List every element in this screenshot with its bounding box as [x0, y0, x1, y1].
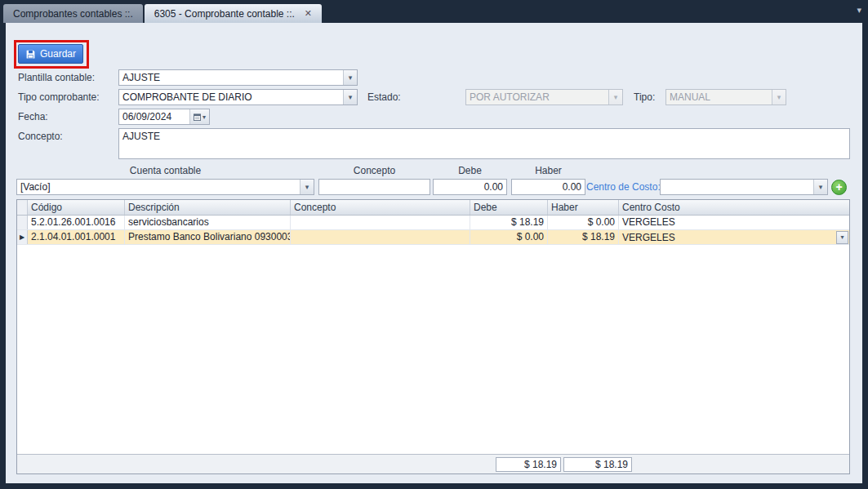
close-icon[interactable]: ✕ — [305, 8, 312, 19]
tab-label: Comprobantes contables ::. — [13, 8, 133, 20]
calendar-glyph — [194, 113, 201, 121]
cell-codigo[interactable]: 2.1.04.01.001.0001 — [28, 230, 125, 244]
estado-value: POR AUTORIZAR — [466, 91, 608, 103]
save-icon — [25, 49, 36, 60]
cell-concepto[interactable] — [291, 230, 470, 244]
tipo-comprobante-combobox[interactable]: COMPROBANTE DE DIARIO ▾ — [118, 89, 358, 105]
column-header-indicator — [17, 200, 28, 215]
entry-header-haber: Haber — [511, 165, 585, 176]
chevron-down-icon[interactable]: ▾ — [836, 231, 848, 244]
plantilla-contable-combobox[interactable]: AJUSTE ▾ — [118, 69, 358, 86]
tab-bar: Comprobantes contables ::. 6305 - Compro… — [3, 2, 865, 23]
cell-debe[interactable]: $ 0.00 — [470, 230, 548, 244]
entry-header-cuenta: Cuenta contable — [16, 165, 314, 176]
calendar-icon[interactable]: ▾ — [189, 109, 209, 124]
column-header-codigo[interactable]: Código — [28, 200, 125, 215]
plus-icon: + — [835, 180, 842, 193]
centro-de-costo-combobox[interactable]: ▾ — [660, 179, 828, 195]
fecha-dateedit[interactable]: 06/09/2024 ▾ — [118, 109, 210, 125]
cuenta-contable-value: [Vacío] — [17, 181, 300, 193]
plantilla-contable-value: AJUSTE — [119, 72, 343, 83]
app-window: Comprobantes contables ::. 6305 - Compro… — [0, 0, 868, 489]
tipo-label: Tipo: — [634, 91, 655, 103]
cell-centro-costo-value: VERGELES — [619, 231, 836, 244]
chevron-down-icon[interactable]: ▾ — [857, 5, 861, 16]
entry-haber-input[interactable] — [511, 179, 585, 195]
add-row-button[interactable]: + — [831, 180, 847, 195]
tipo-comprobante-value: COMPROBANTE DE DIARIO — [119, 91, 343, 103]
fecha-label: Fecha: — [18, 111, 48, 122]
tab-label: 6305 - Comprobante contable ::. — [154, 8, 295, 20]
save-button[interactable]: Guardar — [18, 44, 83, 64]
chevron-glyph: ▾ — [349, 73, 353, 82]
entry-debe-input[interactable] — [433, 179, 507, 195]
estado-combobox: POR AUTORIZAR ▾ — [465, 89, 623, 105]
chevron-down-icon: ▾ — [772, 90, 786, 104]
plantilla-contable-label: Plantilla contable: — [18, 72, 95, 83]
chevron-down-icon: ▾ — [608, 90, 622, 104]
accounting-entries-grid: Código Descripción Concepto Debe Haber C… — [16, 199, 850, 474]
cell-centro-costo[interactable]: VERGELES ▾ — [619, 230, 849, 244]
table-row-selected[interactable]: ▶ 2.1.04.01.001.0001 Prestamo Banco Boli… — [17, 230, 849, 245]
tab-comprobante-contable-6305[interactable]: 6305 - Comprobante contable ::. ✕ — [145, 4, 322, 23]
column-header-concepto[interactable]: Concepto — [291, 200, 470, 215]
chevron-glyph: ▾ — [614, 93, 618, 101]
chevron-glyph: ▾ — [777, 93, 781, 101]
concepto-label: Concepto: — [18, 131, 63, 142]
concepto-textarea[interactable]: AJUSTE — [118, 128, 850, 159]
chevron-glyph: ▾ — [819, 183, 823, 191]
column-header-descripcion[interactable]: Descripción — [125, 200, 291, 215]
total-debe: $ 18.19 — [496, 457, 561, 472]
centro-de-costo-label: Centro de Costo: — [586, 181, 657, 193]
entry-header-debe: Debe — [433, 165, 507, 176]
chevron-down-icon[interactable]: ▾ — [813, 180, 827, 194]
tipo-comprobante-label: Tipo comprobante: — [18, 91, 100, 103]
chevron-down-icon[interactable]: ▾ — [300, 180, 314, 194]
chevron-glyph: ▾ — [349, 93, 353, 101]
cell-haber[interactable]: $ 0.00 — [548, 216, 619, 229]
tipo-value: MANUAL — [666, 91, 772, 103]
cell-concepto[interactable] — [291, 216, 470, 229]
chevron-glyph: ▾ — [305, 183, 309, 191]
content-panel: Guardar Plantilla contable: Tipo comprob… — [6, 23, 862, 483]
row-indicator: ▶ — [17, 230, 28, 244]
chevron-down-icon[interactable]: ▾ — [343, 90, 357, 104]
cell-codigo[interactable]: 5.2.01.26.001.0016 — [28, 216, 125, 229]
grid-empty-area — [17, 245, 849, 454]
cuenta-contable-combobox[interactable]: [Vacío] ▾ — [16, 179, 314, 195]
tipo-combobox: MANUAL ▾ — [665, 89, 786, 105]
estado-label: Estado: — [367, 91, 401, 103]
column-header-centro-costo[interactable]: Centro Costo — [619, 200, 849, 215]
grid-header: Código Descripción Concepto Debe Haber C… — [17, 200, 849, 216]
fecha-value: 06/09/2024 — [119, 111, 189, 122]
cell-descripcion[interactable]: serviciosbancarios — [125, 216, 291, 229]
entry-header-concepto: Concepto — [318, 165, 430, 176]
cell-haber[interactable]: $ 18.19 — [548, 230, 619, 244]
column-header-haber[interactable]: Haber — [548, 200, 619, 215]
tab-comprobantes-contables[interactable]: Comprobantes contables ::. — [3, 4, 143, 23]
row-indicator — [17, 216, 28, 229]
save-button-label: Guardar — [40, 48, 76, 60]
column-header-debe[interactable]: Debe — [470, 200, 548, 215]
chevron-glyph: ▾ — [203, 113, 206, 121]
table-row[interactable]: 5.2.01.26.001.0016 serviciosbancarios $ … — [17, 216, 849, 230]
entry-concepto-input[interactable] — [318, 179, 430, 195]
grid-footer: $ 18.19 $ 18.19 — [17, 454, 849, 473]
chevron-glyph: ▾ — [840, 233, 844, 241]
cell-debe[interactable]: $ 18.19 — [470, 216, 548, 229]
total-haber: $ 18.19 — [563, 457, 632, 472]
cell-centro-costo[interactable]: VERGELES — [619, 216, 849, 229]
cell-descripcion[interactable]: Prestamo Banco Bolivariano 0930003817 — [125, 230, 291, 244]
chevron-down-icon[interactable]: ▾ — [343, 70, 357, 85]
